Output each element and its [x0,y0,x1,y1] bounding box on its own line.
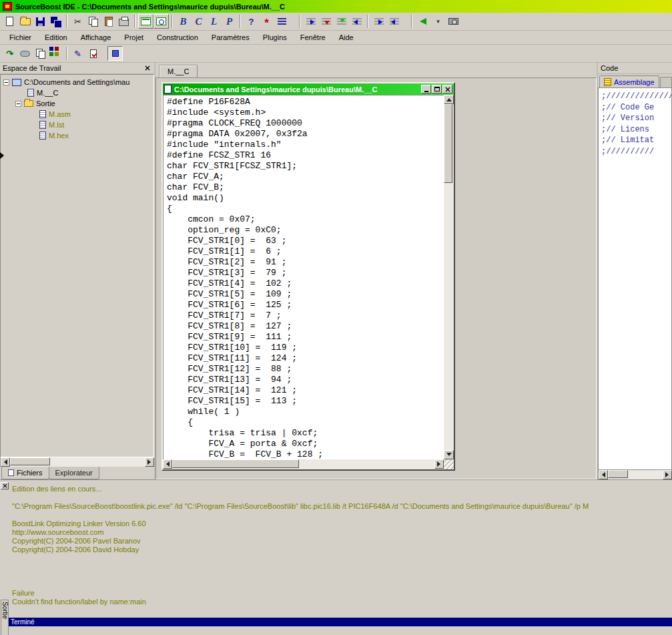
tab-explorateur[interactable]: Explorateur [49,467,99,479]
source-code[interactable]: #define P16F628A #include <system.h> #pr… [167,97,444,459]
save-all-button[interactable] [48,14,63,29]
workspace-close-button[interactable] [143,64,151,72]
compile-button[interactable]: C [191,14,206,29]
grid-button[interactable] [48,46,63,61]
menu-edition[interactable]: Edition [38,31,74,43]
prev-error-button[interactable] [386,14,402,29]
tree-row-lst[interactable]: M.lst [1,120,153,130]
menu-fenetre[interactable]: Fenêtre [294,31,332,43]
collapse-icon[interactable] [15,101,21,107]
paste-button[interactable] [101,14,116,29]
save-button[interactable] [33,14,48,29]
window-titlebar[interactable]: SourceBoost IDE - C:\Documents and Setti… [0,0,672,13]
editor-area: M.__C C:\Documents and Settings\maurice … [155,63,597,479]
scroll-track[interactable] [608,470,663,479]
bookmark-clear-button[interactable] [349,14,364,29]
menu-parametres[interactable]: Paramètres [205,31,256,43]
output-body[interactable]: Edition des liens en cours... "C:\Progra… [9,480,672,618]
workspace-hscrollbar[interactable] [0,457,154,467]
scroll-right-button[interactable] [434,459,444,469]
assembly-view[interactable]: ;///////////////// ;// Code Ge ;// Versi… [598,87,672,470]
editor-hscrollbar[interactable] [163,459,454,469]
toggle-output-window-button[interactable] [153,14,169,29]
edit-pen-button[interactable]: ✎ [70,46,85,61]
tab-partial[interactable] [660,77,672,87]
scroll-thumb[interactable] [608,470,628,478]
scroll-track[interactable] [10,457,145,467]
tab-assemblage[interactable]: Assemblage [599,75,659,87]
collapse-icon[interactable] [3,79,9,85]
tree-row-hex[interactable]: M.hex [1,130,153,141]
new-file-button[interactable] [2,14,17,29]
browse-back-dropdown[interactable]: ▾ [430,14,446,29]
bookmark-toggle-icon [306,18,316,25]
document-tab[interactable]: M.__C [159,65,198,77]
copy-pages-button[interactable] [33,46,48,61]
print-button[interactable] [116,14,131,29]
browse-back-button[interactable] [415,14,430,29]
scroll-down-button[interactable] [444,450,454,459]
scroll-left-button[interactable] [163,459,172,469]
build-log[interactable]: Edition des liens en cours... "C:\Progra… [12,485,672,606]
toolbar-secondary: ↷ ✎ [0,45,672,63]
editor-vscrollbar[interactable] [444,95,454,459]
link-button[interactable]: L [206,14,222,29]
scroll-right-button[interactable] [663,470,672,479]
document-icon [39,121,46,129]
menu-projet[interactable]: Projet [117,31,150,43]
editor-window[interactable]: C:\Documents and Settings\maurice dupuis… [161,82,455,471]
output-list-button[interactable] [274,14,290,29]
output-side-tab[interactable]: Sortie [1,600,9,635]
scroll-thumb[interactable] [444,104,452,183]
build-button[interactable]: B [176,14,191,29]
output-status-row[interactable]: Terminé [9,618,672,626]
open-file-button[interactable] [17,14,33,29]
close-button[interactable] [442,85,452,93]
tree-row-source[interactable]: M.__C [1,87,153,98]
scroll-track[interactable] [444,104,454,450]
bookmark-toggle-button[interactable] [303,14,318,29]
tree-row-folder[interactable]: Sortie [1,98,153,109]
menu-aide[interactable]: Aide [332,31,360,43]
scroll-up-button[interactable] [444,95,454,104]
red-asterisk-button[interactable]: * [259,14,274,29]
code-panel-hscrollbar[interactable] [598,470,672,479]
tree-row-root[interactable]: C:\Documents and Settings\mau [1,77,153,87]
snapshot-button[interactable] [446,14,461,29]
maximize-button[interactable] [432,85,442,93]
cut-button[interactable]: ✂ [70,14,85,29]
tree-row-asm[interactable]: M.asm [1,109,153,120]
assembly-code[interactable]: ;///////////////// ;// Code Ge ;// Versi… [601,91,671,157]
menu-construction[interactable]: Construction [150,31,205,43]
workspace-window-icon [141,17,151,25]
cloud-button[interactable] [17,46,33,61]
redo-page-button[interactable]: ↷ [2,46,17,61]
copy-button[interactable] [85,14,101,29]
program-button[interactable]: P [222,14,237,29]
splitter-arrow-icon[interactable] [0,152,7,159]
bookmark-next-button[interactable] [318,14,334,29]
scroll-left-button[interactable] [599,470,608,479]
assembly-file-icon [604,78,611,86]
editor-window-titlebar[interactable]: C:\Documents and Settings\maurice dupuis… [163,83,454,95]
scroll-track[interactable] [172,459,434,469]
toggle-workspace-window-button[interactable] [138,14,153,29]
scroll-thumb[interactable] [10,457,50,465]
menu-fichier[interactable]: Fichier [3,31,38,43]
output-close-button[interactable] [1,482,9,489]
minimize-button[interactable] [421,85,431,93]
document-icon [164,85,172,93]
scroll-right-button[interactable] [145,457,154,467]
next-error-button[interactable] [371,14,386,29]
tab-fichiers[interactable]: Fichiers [1,467,49,479]
doc-check-button[interactable] [85,46,101,61]
scroll-left-button[interactable] [1,457,10,467]
plugin-active-button[interactable] [107,46,123,61]
help-button[interactable]: ? [244,14,259,29]
resize-grip[interactable] [444,459,454,469]
code-editor[interactable]: #define P16F628A #include <system.h> #pr… [163,95,444,459]
bookmark-prev-button[interactable] [334,14,349,29]
menu-affichage[interactable]: Affichage [74,31,118,43]
scroll-thumb[interactable] [172,459,299,468]
menu-plugins[interactable]: Plugins [256,31,294,43]
